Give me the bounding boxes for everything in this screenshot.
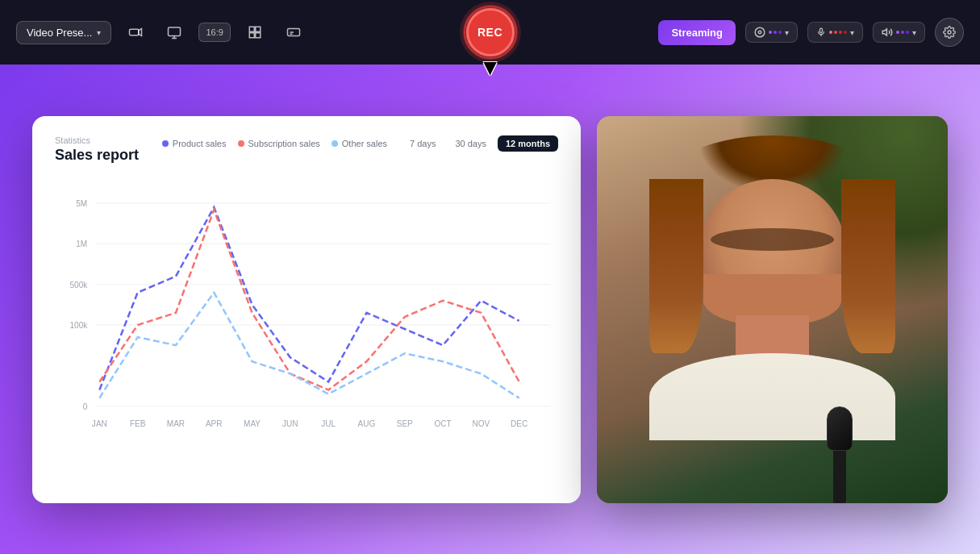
caption-button[interactable] xyxy=(279,18,308,47)
legend-other-label: Other sales xyxy=(342,139,387,148)
streaming-button[interactable]: Streaming xyxy=(658,20,736,45)
chart-area: 5M 1M 500k 100k 0 JAN FEB MAR APR MAY JU… xyxy=(55,180,558,470)
ratio-button[interactable]: 16:9 xyxy=(198,23,230,42)
speaker-control[interactable]: ▾ xyxy=(873,22,925,43)
x-label-jan: JAN xyxy=(92,419,107,427)
x-label-jul: JUL xyxy=(321,419,336,427)
x-label-may: MAY xyxy=(244,419,261,427)
filter-12months[interactable]: 12 months xyxy=(498,135,558,152)
streaming-label: Streaming xyxy=(671,27,723,39)
svg-rect-14 xyxy=(820,28,823,33)
chevron-down-icon: ▾ xyxy=(785,28,789,37)
rec-label: REC xyxy=(477,26,503,39)
preset-selector[interactable]: Video Prese... ▾ xyxy=(16,21,111,44)
svg-point-17 xyxy=(948,31,951,34)
chart-title: Sales report xyxy=(55,147,139,164)
filter-7days[interactable]: 7 days xyxy=(402,135,444,152)
y-label-5m: 5M xyxy=(76,199,87,208)
x-label-nov: NOV xyxy=(472,419,490,427)
cursor-indicator: ▼ xyxy=(479,56,502,79)
time-filters: 7 days 30 days 12 months xyxy=(402,135,558,152)
subscription-sales-line xyxy=(99,210,519,389)
x-label-jun: JUN xyxy=(282,419,298,427)
y-label-0: 0 xyxy=(83,402,88,410)
chevron-down-icon: ▾ xyxy=(97,28,101,37)
legend-other: Other sales xyxy=(332,139,387,148)
chart-subtitle: Statistics xyxy=(55,135,139,145)
toolbar: Video Prese... ▾ 16:9 xyxy=(0,0,980,65)
svg-rect-0 xyxy=(130,29,139,35)
chevron-down-icon: ▾ xyxy=(850,28,854,37)
layout-button[interactable] xyxy=(240,18,269,47)
svg-point-12 xyxy=(755,27,765,37)
svg-point-13 xyxy=(758,31,761,34)
x-label-mar: MAR xyxy=(167,419,185,427)
x-label-apr: APR xyxy=(206,419,223,427)
camera-button[interactable] xyxy=(121,18,150,47)
speaker-dots xyxy=(896,31,909,34)
x-label-aug: AUG xyxy=(358,419,376,427)
settings-button[interactable] xyxy=(935,18,964,47)
legend-subscription-label: Subscription sales xyxy=(248,139,320,148)
content-area: Statistics Sales report Product sales Su… xyxy=(0,65,980,554)
video-panel xyxy=(597,116,948,503)
x-label-dec: DEC xyxy=(511,419,528,427)
filter-30days[interactable]: 30 days xyxy=(447,135,494,152)
svg-rect-7 xyxy=(249,33,254,38)
legend-product-label: Product sales xyxy=(173,139,227,148)
rec-button[interactable]: REC xyxy=(466,8,515,56)
y-label-500k: 500k xyxy=(69,280,88,289)
svg-marker-16 xyxy=(882,29,886,35)
svg-rect-6 xyxy=(256,27,261,31)
chart-header: Statistics Sales report Product sales Su… xyxy=(55,135,558,164)
camera-control[interactable]: ▾ xyxy=(745,22,798,43)
legend-subscription: Subscription sales xyxy=(238,139,320,148)
ratio-label: 16:9 xyxy=(206,27,223,37)
chart-card: Statistics Sales report Product sales Su… xyxy=(32,116,581,503)
chart-legend: Product sales Subscription sales Other s… xyxy=(162,139,387,148)
microphone xyxy=(819,390,860,503)
x-label-oct: OCT xyxy=(434,419,451,427)
y-label-1m: 1M xyxy=(76,240,87,248)
svg-rect-5 xyxy=(249,27,254,31)
camera-dots xyxy=(769,31,782,34)
product-sales-line xyxy=(99,207,519,389)
x-label-sep: SEP xyxy=(397,419,413,427)
mic-control[interactable]: ▾ xyxy=(807,22,863,43)
chart-title-area: Statistics Sales report xyxy=(55,135,139,164)
y-label-100k: 100k xyxy=(69,321,88,330)
svg-rect-2 xyxy=(169,27,181,36)
screen-share-button[interactable] xyxy=(160,18,189,47)
chart-svg: 5M 1M 500k 100k 0 JAN FEB MAR APR MAY JU… xyxy=(55,180,558,470)
mic-dots xyxy=(829,31,847,34)
preset-label: Video Prese... xyxy=(27,27,92,39)
legend-product: Product sales xyxy=(162,139,227,148)
svg-rect-8 xyxy=(256,33,261,38)
svg-marker-1 xyxy=(139,29,142,36)
chevron-down-icon: ▾ xyxy=(912,28,916,37)
x-label-feb: FEB xyxy=(130,419,146,427)
